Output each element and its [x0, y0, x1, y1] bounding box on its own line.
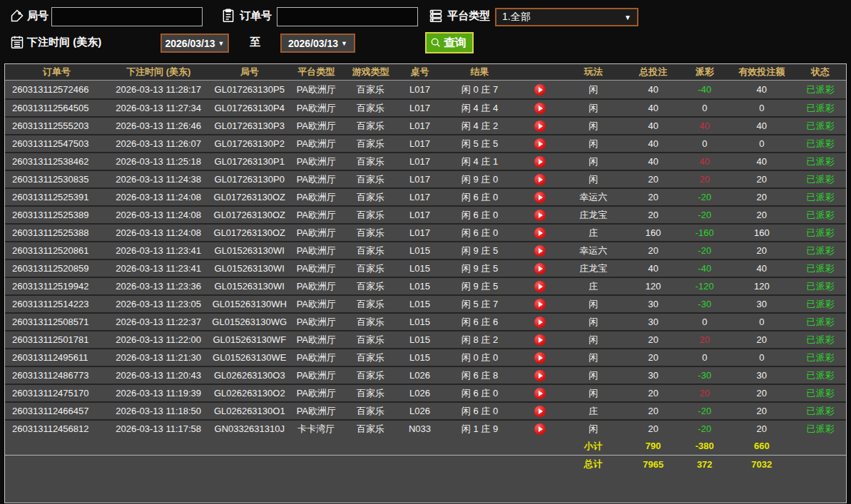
play-video-icon[interactable]: [534, 120, 546, 132]
cell-result: 闲 6 庄 6: [440, 312, 519, 330]
play-video-icon[interactable]: [534, 388, 546, 399]
cell-status: 已派彩: [795, 241, 846, 259]
date-from-value: 2026/03/13: [165, 38, 215, 49]
total-payout: 372: [681, 455, 729, 473]
play-video-icon[interactable]: [534, 281, 546, 292]
cell-order: 260313112555203: [5, 116, 108, 134]
cell-status: 已派彩: [795, 81, 846, 98]
play-video-icon[interactable]: [534, 406, 546, 417]
cell-game: 百家乐: [342, 330, 399, 348]
table-row: 2603131124751702026-03-13 11:19:39GL0262…: [5, 384, 846, 401]
table-row: 2603131125208592026-03-13 11:23:41GL0152…: [5, 259, 846, 277]
cell-valid: 20: [729, 384, 795, 401]
order-input[interactable]: [277, 7, 418, 26]
cell-round: GL015263130WE: [208, 348, 290, 366]
cell-bet: 40: [626, 116, 681, 134]
cell-valid: 20: [729, 241, 795, 259]
table-row: 2603131124664572026-03-13 11:18:50GL0262…: [5, 401, 846, 419]
chevron-down-icon: ▼: [218, 40, 225, 47]
play-video-icon[interactable]: [534, 210, 546, 221]
cell-time: 2026-03-13 11:24:08: [108, 187, 208, 205]
video-cell: [519, 384, 561, 401]
col-header-valid: 有效投注额: [729, 64, 795, 81]
platform-select[interactable]: 1.全部 ▼: [495, 8, 638, 26]
cell-round: GL026263130O1: [208, 401, 290, 419]
cell-game: 百家乐: [342, 384, 399, 401]
cell-time: 2026-03-13 11:23:41: [108, 241, 208, 259]
cell-bet: 40: [626, 152, 681, 170]
cell-order: 260313112520861: [5, 241, 108, 259]
subtotal-row: 小计 790 -380 660: [5, 437, 846, 455]
cell-payout: -160: [681, 223, 729, 241]
cell-play: 闲: [561, 116, 626, 134]
chevron-down-icon: ▼: [624, 14, 631, 21]
col-header-result: 结果: [440, 64, 519, 81]
cell-play: 闲: [561, 330, 626, 348]
cell-order: 260313112508571: [5, 312, 108, 330]
cell-round: GL026263130O2: [208, 384, 290, 401]
table-row: 2603131125384622026-03-13 11:25:18GL0172…: [5, 152, 846, 170]
play-video-icon[interactable]: [534, 263, 546, 274]
play-video-icon[interactable]: [534, 317, 546, 328]
cell-payout: 0: [681, 312, 729, 330]
play-video-icon[interactable]: [534, 334, 546, 346]
play-video-icon[interactable]: [534, 84, 546, 96]
round-input[interactable]: [51, 7, 203, 26]
table-row: 2603131125552032026-03-13 11:26:46GL0172…: [5, 116, 846, 134]
cell-table: L017: [399, 187, 440, 205]
cell-round: GL026263130O3: [208, 366, 290, 384]
cell-platform: PA欧洲厅: [290, 205, 342, 223]
cell-time: 2026-03-13 11:18:50: [108, 401, 208, 419]
video-cell: [519, 294, 561, 312]
col-header-bet: 总投注: [626, 64, 681, 81]
play-video-icon[interactable]: [534, 423, 546, 435]
cell-payout: -30: [681, 294, 729, 312]
cell-round: GL017263130OZ: [208, 223, 290, 241]
cell-platform: PA欧洲厅: [290, 134, 342, 152]
platform-filter-label: 平台类型: [447, 9, 490, 23]
play-video-icon[interactable]: [534, 370, 546, 381]
date-from-picker[interactable]: 2026/03/13 ▼: [160, 34, 229, 53]
play-video-icon[interactable]: [534, 352, 546, 364]
cell-valid: 120: [729, 277, 795, 294]
cell-bet: 20: [626, 241, 681, 259]
play-video-icon[interactable]: [534, 174, 546, 185]
cell-status: 已派彩: [795, 152, 846, 170]
cell-time: 2026-03-13 11:21:30: [108, 348, 208, 366]
cell-status: 已派彩: [795, 134, 846, 152]
date-to-picker[interactable]: 2026/03/13 ▼: [280, 34, 355, 53]
cell-bet: 30: [626, 366, 681, 384]
cell-play: 闲: [561, 348, 626, 366]
cell-order: 260313112486773: [5, 366, 108, 384]
table-row: 2603131125308352026-03-13 11:24:38GL0172…: [5, 170, 846, 187]
video-cell: [519, 205, 561, 223]
cell-order: 260313112525388: [5, 223, 108, 241]
cell-round: GL017263130P5: [208, 81, 290, 98]
cell-play: 闲: [561, 419, 626, 437]
video-cell: [519, 152, 561, 170]
subtotal-valid: 660: [729, 437, 795, 455]
tag-icon: [10, 9, 24, 23]
cell-result: 闲 9 庄 5: [440, 241, 519, 259]
play-video-icon[interactable]: [534, 227, 546, 239]
play-video-icon[interactable]: [534, 192, 546, 203]
cell-status: 已派彩: [795, 116, 846, 134]
date-to-value: 2026/03/13: [288, 38, 338, 49]
play-video-icon[interactable]: [534, 156, 546, 168]
cell-status: 已派彩: [795, 205, 846, 223]
cell-table: L017: [399, 134, 440, 152]
filter-bar: 局号 订单号 平台类型 1.全部 ▼ 下注时间 (美东) 2026/03/13 …: [0, 0, 851, 63]
search-button[interactable]: 查询: [425, 32, 474, 53]
cell-platform: PA欧洲厅: [290, 170, 342, 187]
cell-result: 闲 6 庄 0: [440, 384, 519, 401]
play-video-icon[interactable]: [534, 138, 546, 150]
cell-play: 闲: [561, 312, 626, 330]
cell-table: L015: [399, 277, 440, 294]
play-video-icon[interactable]: [534, 103, 546, 114]
cell-game: 百家乐: [342, 312, 399, 330]
cell-round: GL017263130P0: [208, 170, 290, 187]
play-video-icon[interactable]: [534, 299, 546, 310]
play-video-icon[interactable]: [534, 245, 546, 257]
video-cell: [519, 312, 561, 330]
cell-platform: PA欧洲厅: [290, 348, 342, 366]
